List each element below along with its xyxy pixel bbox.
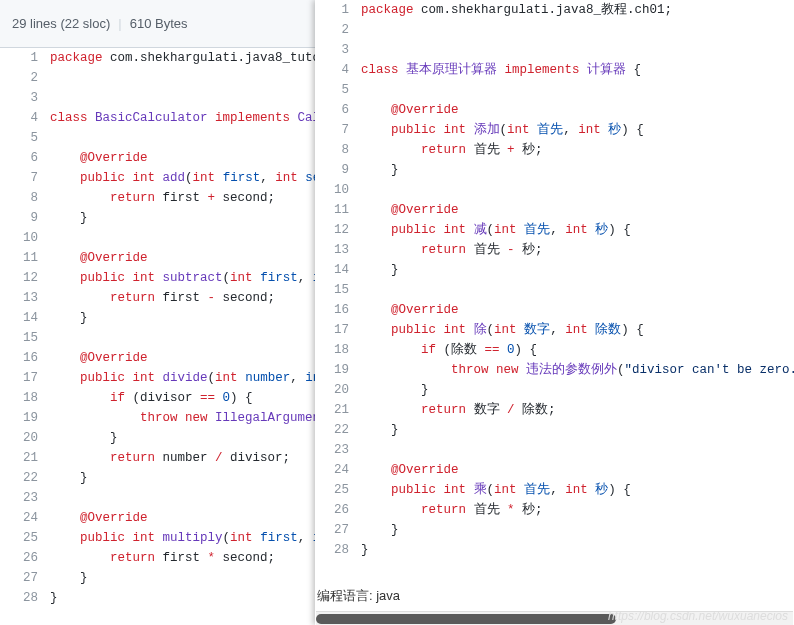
code-line[interactable]: 5 — [315, 80, 794, 100]
code-line[interactable]: 28} — [0, 588, 315, 608]
code-line[interactable]: 19 throw new IllegalArgument — [0, 408, 315, 428]
code-line[interactable]: 26 return first * second; — [0, 548, 315, 568]
code-line[interactable]: 12 public int subtract(int first, in — [0, 268, 315, 288]
code-text[interactable]: class BasicCalculator implements Calc — [50, 108, 328, 128]
code-text[interactable]: return 首先 + 秒; — [361, 140, 543, 160]
code-line[interactable]: 25 public int multiply(int first, in — [0, 528, 315, 548]
code-line[interactable]: 7 public int 添加(int 首先, int 秒) { — [315, 120, 794, 140]
code-text[interactable]: } — [50, 468, 88, 488]
right-code-block[interactable]: 1package com.shekhargulati.java8_教程.ch01… — [315, 0, 794, 560]
code-line[interactable]: 16 @Override — [315, 300, 794, 320]
code-text[interactable]: } — [361, 160, 399, 180]
code-line[interactable]: 20 } — [315, 380, 794, 400]
code-text[interactable]: throw new 违法的参数例外("divisor can't be zero… — [361, 360, 794, 380]
code-text[interactable]: package com.shekhargulati.java8_tutor — [50, 48, 328, 68]
code-line[interactable]: 8 return 首先 + 秒; — [315, 140, 794, 160]
code-line[interactable]: 2 — [0, 68, 315, 88]
horizontal-scrollbar-thumb[interactable] — [316, 614, 616, 624]
code-line[interactable]: 9 } — [0, 208, 315, 228]
code-text[interactable]: public int 除(int 数字, int 除数) { — [361, 320, 644, 340]
code-line[interactable]: 22 } — [315, 420, 794, 440]
code-text[interactable]: @Override — [50, 348, 148, 368]
code-text[interactable]: @Override — [361, 300, 459, 320]
code-text[interactable]: } — [50, 308, 88, 328]
code-text[interactable]: @Override — [50, 148, 148, 168]
code-text[interactable]: class 基本原理计算器 implements 计算器 { — [361, 60, 641, 80]
code-line[interactable]: 9 } — [315, 160, 794, 180]
code-text[interactable]: public int subtract(int first, in — [50, 268, 328, 288]
code-line[interactable]: 10 — [315, 180, 794, 200]
code-text[interactable]: @Override — [50, 508, 148, 528]
code-text[interactable]: @Override — [361, 100, 459, 120]
code-text[interactable]: return 首先 - 秒; — [361, 240, 543, 260]
code-text[interactable]: public int 乘(int 首先, int 秒) { — [361, 480, 631, 500]
code-text[interactable]: } — [361, 520, 399, 540]
code-text[interactable]: } — [361, 380, 429, 400]
code-text[interactable]: public int 添加(int 首先, int 秒) { — [361, 120, 644, 140]
code-text[interactable]: public int add(int first, int sec — [50, 168, 328, 188]
left-code-block[interactable]: 1package com.shekhargulati.java8_tutor23… — [0, 48, 315, 608]
code-line[interactable]: 15 — [0, 328, 315, 348]
code-line[interactable]: 14 } — [315, 260, 794, 280]
code-text[interactable]: } — [361, 260, 399, 280]
code-text[interactable]: } — [50, 588, 58, 608]
code-line[interactable]: 22 } — [0, 468, 315, 488]
code-text[interactable]: package com.shekhargulati.java8_教程.ch01; — [361, 0, 672, 20]
code-text[interactable]: } — [50, 208, 88, 228]
code-line[interactable]: 6 @Override — [0, 148, 315, 168]
code-line[interactable]: 20 } — [0, 428, 315, 448]
code-line[interactable]: 7 public int add(int first, int sec — [0, 168, 315, 188]
code-line[interactable]: 24 @Override — [0, 508, 315, 528]
code-text[interactable]: @Override — [50, 248, 148, 268]
code-line[interactable]: 21 return number / divisor; — [0, 448, 315, 468]
code-text[interactable]: return first - second; — [50, 288, 275, 308]
code-text[interactable]: throw new IllegalArgument — [50, 408, 328, 428]
code-line[interactable]: 27 } — [0, 568, 315, 588]
code-text[interactable]: return first + second; — [50, 188, 275, 208]
code-line[interactable]: 4class 基本原理计算器 implements 计算器 { — [315, 60, 794, 80]
code-text[interactable]: } — [361, 420, 399, 440]
code-line[interactable]: 18 if (除数 == 0) { — [315, 340, 794, 360]
code-line[interactable]: 24 @Override — [315, 460, 794, 480]
code-line[interactable]: 26 return 首先 * 秒; — [315, 500, 794, 520]
code-line[interactable]: 11 @Override — [0, 248, 315, 268]
code-line[interactable]: 14 } — [0, 308, 315, 328]
code-line[interactable]: 15 — [315, 280, 794, 300]
code-text[interactable]: public int 减(int 首先, int 秒) { — [361, 220, 631, 240]
code-line[interactable]: 27 } — [315, 520, 794, 540]
code-line[interactable]: 1package com.shekhargulati.java8_教程.ch01… — [315, 0, 794, 20]
code-text[interactable]: } — [50, 568, 88, 588]
code-line[interactable]: 28} — [315, 540, 794, 560]
code-line[interactable]: 13 return first - second; — [0, 288, 315, 308]
code-text[interactable]: return first * second; — [50, 548, 275, 568]
code-line[interactable]: 21 return 数字 / 除数; — [315, 400, 794, 420]
code-line[interactable]: 1package com.shekhargulati.java8_tutor — [0, 48, 315, 68]
code-text[interactable]: return 数字 / 除数; — [361, 400, 556, 420]
code-line[interactable]: 19 throw new 违法的参数例外("divisor can't be z… — [315, 360, 794, 380]
code-line[interactable]: 23 — [315, 440, 794, 460]
code-line[interactable]: 16 @Override — [0, 348, 315, 368]
code-text[interactable]: return number / divisor; — [50, 448, 290, 468]
code-line[interactable]: 3 — [0, 88, 315, 108]
code-text[interactable]: } — [50, 428, 118, 448]
code-line[interactable]: 6 @Override — [315, 100, 794, 120]
code-text[interactable]: return 首先 * 秒; — [361, 500, 543, 520]
code-line[interactable]: 5 — [0, 128, 315, 148]
code-line[interactable]: 17 public int 除(int 数字, int 除数) { — [315, 320, 794, 340]
code-line[interactable]: 12 public int 减(int 首先, int 秒) { — [315, 220, 794, 240]
code-text[interactable]: public int divide(int number, int — [50, 368, 328, 388]
code-line[interactable]: 23 — [0, 488, 315, 508]
code-line[interactable]: 11 @Override — [315, 200, 794, 220]
code-text[interactable]: if (除数 == 0) { — [361, 340, 537, 360]
code-line[interactable]: 10 — [0, 228, 315, 248]
code-line[interactable]: 2 — [315, 20, 794, 40]
code-line[interactable]: 17 public int divide(int number, int — [0, 368, 315, 388]
code-line[interactable]: 3 — [315, 40, 794, 60]
code-line[interactable]: 4class BasicCalculator implements Calc — [0, 108, 315, 128]
code-line[interactable]: 13 return 首先 - 秒; — [315, 240, 794, 260]
code-text[interactable]: public int multiply(int first, in — [50, 528, 328, 548]
code-line[interactable]: 8 return first + second; — [0, 188, 315, 208]
code-text[interactable]: @Override — [361, 460, 459, 480]
code-line[interactable]: 18 if (divisor == 0) { — [0, 388, 315, 408]
code-text[interactable]: } — [361, 540, 369, 560]
